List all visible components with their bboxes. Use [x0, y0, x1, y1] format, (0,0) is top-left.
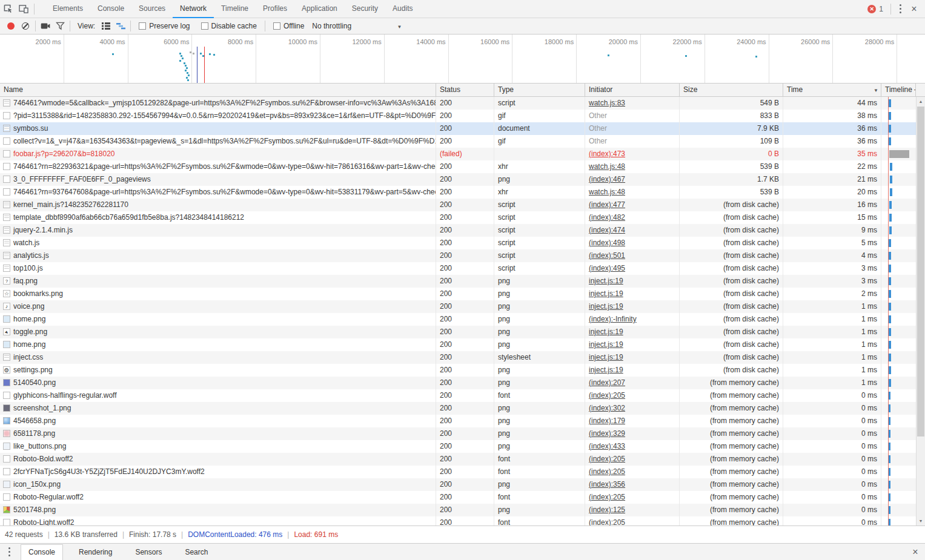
initiator-link[interactable]: watch.js:48 [589, 162, 625, 171]
drawer-menu-kebab-icon[interactable] [2, 545, 16, 559]
table-row[interactable]: toggle.png200pnginject.js:19(from disk c… [0, 326, 925, 338]
table-row[interactable]: 5140540.png200png(index):207(from memory… [0, 377, 925, 389]
table-row[interactable]: ?pid=3115388&rid=1482358830.292-15545679… [0, 110, 925, 122]
preserve-log-checkbox[interactable]: Preserve log [139, 22, 190, 30]
initiator-link[interactable]: watch.js:48 [589, 188, 625, 196]
initiator-link[interactable]: (index):205 [589, 467, 625, 476]
column-header-timeline[interactable]: Timeline – S [881, 84, 916, 96]
filter-icon[interactable] [53, 19, 67, 33]
initiator-link[interactable]: (index):302 [589, 404, 625, 412]
table-row[interactable]: foobar.js?p=296207&b=818020(failed)(inde… [0, 148, 925, 160]
table-row[interactable]: symbos.su200documentOther7.9 KB36 ms [0, 122, 925, 135]
record-button[interactable] [4, 19, 18, 33]
table-row[interactable]: 746461?rn=822936321&page-url=https%3A%2F… [0, 160, 925, 173]
table-row[interactable]: jquery-2.1.4.min.js200script(index):474(… [0, 224, 925, 237]
disable-cache-checkbox[interactable]: Disable cache [201, 22, 257, 30]
initiator-link[interactable]: inject.js:19 [589, 366, 623, 374]
timeline-overview[interactable]: 2000 ms4000 ms6000 ms8000 ms10000 ms1200… [0, 35, 925, 84]
initiator-link[interactable]: (index):356 [589, 480, 625, 489]
error-badge[interactable]: ✕ 1 [867, 5, 883, 13]
table-row[interactable]: kernel_main.js?1482352762281170200script… [0, 199, 925, 211]
initiator-link[interactable]: (index):482 [589, 213, 625, 222]
column-header-name[interactable]: Name [0, 84, 436, 96]
tab-profiles[interactable]: Profiles [256, 0, 294, 18]
table-row[interactable]: 6581178.png200png(index):329(from memory… [0, 427, 925, 440]
table-row[interactable]: Roboto-Bold.woff2200font(index):205(from… [0, 453, 925, 466]
table-row[interactable]: Roboto-Regular.woff2200font(index):205(f… [0, 491, 925, 504]
initiator-link[interactable]: (index):205 [589, 493, 625, 501]
scrollbar-thumb[interactable] [917, 107, 924, 436]
initiator-link[interactable]: inject.js:19 [589, 328, 623, 336]
initiator-link[interactable]: (index):205 [589, 455, 625, 463]
tab-timeline[interactable]: Timeline [214, 0, 256, 18]
tab-audits[interactable]: Audits [385, 0, 420, 18]
tab-console[interactable]: Console [90, 0, 131, 18]
initiator-link[interactable]: inject.js:19 [589, 302, 623, 311]
table-row[interactable]: voice.png200pnginject.js:19(from disk ca… [0, 300, 925, 313]
initiator-link[interactable]: inject.js:19 [589, 340, 623, 349]
scroll-up-icon[interactable]: ▲ [917, 97, 925, 106]
drawer-tab-rendering[interactable]: Rendering [71, 545, 119, 559]
initiator-link[interactable]: (index):501 [589, 251, 625, 260]
column-header-time[interactable]: Time [783, 84, 881, 96]
drawer-tab-sensors[interactable]: Sensors [128, 545, 169, 559]
initiator-link[interactable]: inject.js:19 [589, 353, 623, 361]
table-row[interactable]: collect?v=1&_v=j47&a=1635434363&t=pagevi… [0, 135, 925, 148]
initiator-link[interactable]: (index):498 [589, 239, 625, 247]
table-row[interactable]: analytics.js200script(index):501(from di… [0, 249, 925, 262]
scroll-down-icon[interactable]: ▼ [917, 516, 925, 525]
initiator-link[interactable]: (index):205 [589, 391, 625, 400]
tab-application[interactable]: Application [294, 0, 345, 18]
menu-kebab-icon[interactable] [894, 2, 907, 16]
initiator-link[interactable]: (index):477 [589, 200, 625, 209]
view-waterfall-icon[interactable] [113, 19, 128, 33]
initiator-link[interactable]: inject.js:19 [589, 277, 623, 285]
initiator-link[interactable]: (index):329 [589, 429, 625, 438]
column-header-size[interactable]: Size [680, 84, 783, 96]
initiator-link[interactable]: (index):207 [589, 378, 625, 387]
table-row[interactable]: watch.js200script(index):498(from disk c… [0, 237, 925, 249]
table-row[interactable]: bookmarks.png200pnginject.js:19(from dis… [0, 288, 925, 300]
inspect-element-icon[interactable] [0, 2, 16, 16]
offline-checkbox[interactable]: Offline [273, 22, 304, 30]
column-header-status[interactable]: Status [436, 84, 494, 96]
table-row[interactable]: 746461?rn=937647608&page-url=https%3A%2F… [0, 186, 925, 199]
initiator-link[interactable]: (index):433 [589, 442, 625, 450]
tab-sources[interactable]: Sources [131, 0, 173, 18]
table-row[interactable]: icon_150x.png200png(index):356(from memo… [0, 478, 925, 491]
initiator-link[interactable]: (index):495 [589, 264, 625, 272]
table-row[interactable]: 5201748.png200png(index):125(from memory… [0, 504, 925, 516]
device-toolbar-icon[interactable] [16, 2, 31, 16]
table-row[interactable]: home.png200pnginject.js:19(from disk cac… [0, 338, 925, 351]
initiator-link[interactable]: (index):179 [589, 417, 625, 425]
table-row[interactable]: home.png200png(index):-Infinity(from dis… [0, 313, 925, 326]
column-header-initiator[interactable]: Initiator [585, 84, 680, 96]
table-row[interactable]: template_dbbf8990af6ab66cb76a659d1fb5e8b… [0, 211, 925, 224]
close-drawer-icon[interactable]: × [908, 545, 923, 559]
table-row[interactable]: 2fcrYFNaTjcS6g4U3t-Y5ZjZjT5FdEJ140U2DJYC… [0, 466, 925, 478]
capture-screenshots-icon[interactable] [38, 19, 53, 33]
close-devtools-icon[interactable]: × [907, 2, 921, 16]
clear-button[interactable] [18, 19, 33, 33]
view-list-icon[interactable] [99, 19, 113, 33]
throttling-select[interactable]: No throttling [312, 22, 402, 30]
initiator-link[interactable]: (index):474 [589, 226, 625, 234]
initiator-link[interactable]: (index):467 [589, 175, 625, 183]
table-row[interactable]: settings.png200pnginject.js:19(from disk… [0, 364, 925, 377]
column-header-type[interactable]: Type [494, 84, 585, 96]
initiator-link[interactable]: (index):125 [589, 506, 625, 514]
table-row[interactable]: glyphicons-halflings-regular.woff200font… [0, 389, 925, 402]
table-row[interactable]: inject.css200stylesheetinject.js:19(from… [0, 351, 925, 364]
table-row[interactable]: like_buttons.png200png(index):433(from m… [0, 440, 925, 453]
tab-security[interactable]: Security [345, 0, 385, 18]
drawer-tab-console[interactable]: Console [21, 544, 63, 560]
table-row[interactable]: Roboto-Light.woff2200font(index):205(fro… [0, 516, 925, 525]
initiator-link[interactable]: watch.js:83 [589, 99, 625, 107]
initiator-link[interactable]: inject.js:19 [589, 289, 623, 298]
table-row[interactable]: top100.js200script(index):495(from disk … [0, 262, 925, 275]
table-row[interactable]: 3_0_FFFFFFFF_FAF0E6FF_0_pageviews200png(… [0, 173, 925, 186]
tab-network[interactable]: Network [173, 0, 214, 18]
vertical-scrollbar[interactable]: ▲ ▼ [916, 97, 925, 525]
drawer-tab-search[interactable]: Search [177, 545, 215, 559]
initiator-link[interactable]: (index):-Infinity [589, 315, 637, 323]
